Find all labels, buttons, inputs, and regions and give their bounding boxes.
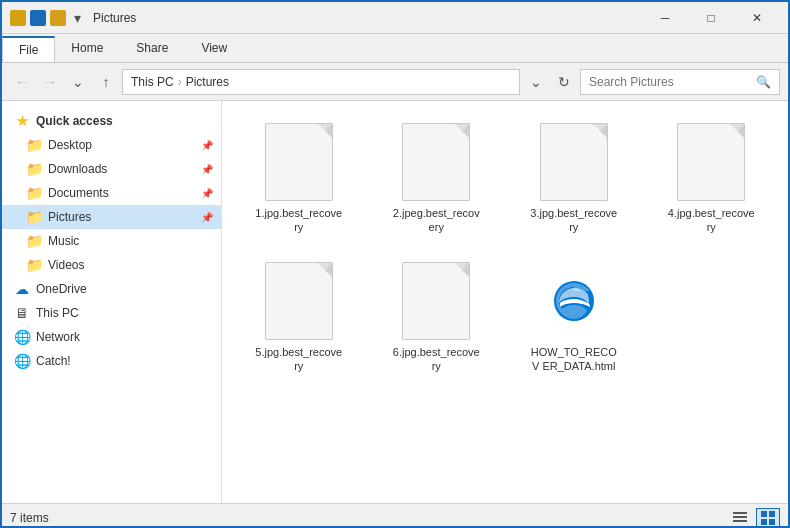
sidebar-label-pictures: Pictures — [48, 210, 91, 224]
sidebar-item-music[interactable]: 📁 Music — [2, 229, 221, 253]
file-name-3: 3.jpg.best_recove ry — [529, 206, 619, 235]
pin-icon: 📌 — [201, 164, 213, 175]
pin-icon: 📌 — [201, 140, 213, 151]
close-button[interactable]: ✕ — [734, 2, 780, 34]
quick-access-toolbar: ▾ — [74, 10, 81, 26]
file-name-2: 2.jpeg.best_recov ery — [391, 206, 481, 235]
file-name-5: 5.jpg.best_recove ry — [254, 345, 344, 374]
window-title: Pictures — [93, 11, 642, 25]
list-view-button[interactable] — [728, 508, 752, 528]
sidebar-label-thispc: This PC — [36, 306, 79, 320]
file-icon-2 — [396, 122, 476, 202]
catch-icon: 🌐 — [14, 353, 30, 369]
folder-icon — [10, 10, 26, 26]
pin-icon: 📌 — [201, 188, 213, 199]
network-icon: 🌐 — [14, 329, 30, 345]
folder-icon: 📁 — [26, 137, 42, 153]
sidebar-item-downloads[interactable]: 📁 Downloads 📌 — [2, 157, 221, 181]
path-thispc: This PC — [131, 75, 174, 89]
svg-rect-2 — [733, 516, 747, 518]
search-box[interactable]: 🔍 — [580, 69, 780, 95]
search-icon: 🔍 — [756, 75, 771, 89]
sidebar-item-videos[interactable]: 📁 Videos — [2, 253, 221, 277]
file-item-4[interactable]: 4.jpg.best_recove ry — [647, 113, 777, 244]
tab-share[interactable]: Share — [120, 34, 185, 62]
sidebar-quick-access[interactable]: ★ Quick access — [2, 109, 221, 133]
save-icon — [30, 10, 46, 26]
svg-rect-6 — [761, 519, 767, 525]
path-dropdown[interactable]: ⌄ — [524, 70, 548, 94]
svg-rect-3 — [733, 520, 747, 522]
onedrive-icon: ☁ — [14, 281, 30, 297]
sidebar-label-desktop: Desktop — [48, 138, 92, 152]
forward-button[interactable]: → — [38, 70, 62, 94]
tab-file[interactable]: File — [2, 36, 55, 62]
undo-icon — [50, 10, 66, 26]
svg-rect-5 — [769, 511, 775, 517]
refresh-button[interactable]: ↻ — [552, 70, 576, 94]
file-name-4: 4.jpg.best_recove ry — [666, 206, 756, 235]
sidebar-label-videos: Videos — [48, 258, 84, 272]
file-item-6[interactable]: 6.jpg.best_recove ry — [372, 252, 502, 383]
sidebar-label-documents: Documents — [48, 186, 109, 200]
svg-rect-1 — [733, 512, 747, 514]
folder-icon: 📁 — [26, 161, 42, 177]
title-bar-icons — [10, 10, 66, 26]
title-bar: ▾ Pictures ─ □ ✕ — [2, 2, 788, 34]
sidebar-item-thispc[interactable]: 🖥 This PC — [2, 301, 221, 325]
sidebar-label-downloads: Downloads — [48, 162, 107, 176]
star-icon: ★ — [14, 113, 30, 129]
sidebar-label-onedrive: OneDrive — [36, 282, 87, 296]
file-item-3[interactable]: 3.jpg.best_recove ry — [509, 113, 639, 244]
search-input[interactable] — [589, 75, 756, 89]
thispc-icon: 🖥 — [14, 305, 30, 321]
tab-home[interactable]: Home — [55, 34, 120, 62]
folder-icon: 📁 — [26, 185, 42, 201]
file-name-7: HOW_TO_RECOV ER_DATA.html — [529, 345, 619, 374]
window-controls: ─ □ ✕ — [642, 2, 780, 34]
qa-dropdown[interactable]: ▾ — [74, 10, 81, 26]
folder-icon: 📁 — [26, 257, 42, 273]
view-controls — [728, 508, 780, 528]
file-icon-5 — [259, 261, 339, 341]
quick-access-label: Quick access — [36, 114, 113, 128]
svg-rect-4 — [761, 511, 767, 517]
ribbon: File Home Share View — [2, 34, 788, 63]
sidebar-item-pictures[interactable]: 📁 Pictures 📌 — [2, 205, 221, 229]
folder-icon: 📁 — [26, 233, 42, 249]
path-pictures: Pictures — [186, 75, 229, 89]
sidebar-label-music: Music — [48, 234, 79, 248]
minimize-button[interactable]: ─ — [642, 2, 688, 34]
sidebar-label-catch: Catch! — [36, 354, 71, 368]
file-icon-4 — [671, 122, 751, 202]
address-path[interactable]: This PC › Pictures — [122, 69, 520, 95]
main-layout: ★ Quick access 📁 Desktop 📌 📁 Downloads 📌… — [2, 101, 788, 503]
up-button[interactable]: ↑ — [94, 70, 118, 94]
file-item-2[interactable]: 2.jpeg.best_recov ery — [372, 113, 502, 244]
file-icon-1 — [259, 122, 339, 202]
file-item-5[interactable]: 5.jpg.best_recove ry — [234, 252, 364, 383]
address-bar: ← → ⌄ ↑ This PC › Pictures ⌄ ↻ 🔍 — [2, 63, 788, 101]
ribbon-tabs: File Home Share View — [2, 34, 788, 62]
file-icon-3 — [534, 122, 614, 202]
sidebar-item-desktop[interactable]: 📁 Desktop 📌 — [2, 133, 221, 157]
file-icon-6 — [396, 261, 476, 341]
file-icon-7 — [534, 261, 614, 341]
file-item-1[interactable]: 1.jpg.best_recove ry — [234, 113, 364, 244]
sidebar-item-documents[interactable]: 📁 Documents 📌 — [2, 181, 221, 205]
sidebar-item-catch[interactable]: 🌐 Catch! — [2, 349, 221, 373]
pin-icon: 📌 — [201, 212, 213, 223]
file-area: 1.jpg.best_recove ry 2.jpeg.best_recov e… — [222, 101, 788, 503]
maximize-button[interactable]: □ — [688, 2, 734, 34]
file-item-7[interactable]: HOW_TO_RECOV ER_DATA.html — [509, 252, 639, 383]
sidebar-item-onedrive[interactable]: ☁ OneDrive — [2, 277, 221, 301]
file-name-1: 1.jpg.best_recove ry — [254, 206, 344, 235]
sidebar-item-network[interactable]: 🌐 Network — [2, 325, 221, 349]
tab-view[interactable]: View — [185, 34, 244, 62]
file-name-6: 6.jpg.best_recove ry — [391, 345, 481, 374]
large-icons-view-button[interactable] — [756, 508, 780, 528]
edge-browser-icon — [552, 279, 596, 323]
dropdown-button[interactable]: ⌄ — [66, 70, 90, 94]
back-button[interactable]: ← — [10, 70, 34, 94]
sidebar-label-network: Network — [36, 330, 80, 344]
